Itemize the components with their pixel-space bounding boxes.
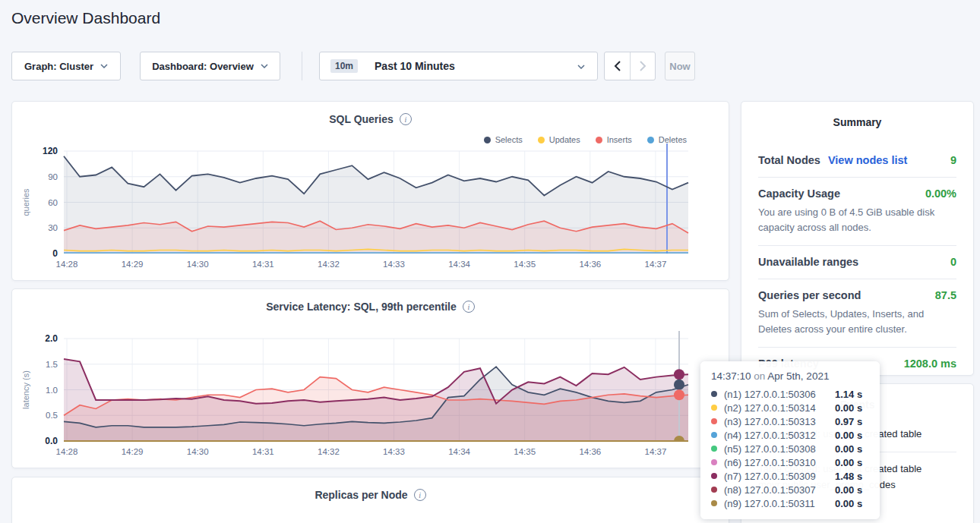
svg-text:14:29: 14:29 <box>122 447 144 456</box>
service-latency-chart[interactable]: 14:2814:2914:3014:3114:3214:3314:3414:35… <box>12 331 730 466</box>
chevron-left-icon <box>614 61 621 71</box>
tooltip-node-label: (n5) 127.0.0.1:50308 <box>724 443 835 455</box>
summary-item-label: Queries per second <box>758 289 861 301</box>
tooltip-node-label: (n3) 127.0.0.1:50313 <box>724 416 835 427</box>
svg-text:14:33: 14:33 <box>383 260 405 269</box>
tooltip-row: (n5) 127.0.0.1:503080.00 s <box>711 442 869 455</box>
legend-dot-icon <box>484 137 491 143</box>
summary-item-value: 9 <box>950 154 956 166</box>
tooltip-node-value: 0.00 s <box>835 457 862 468</box>
svg-text:14:32: 14:32 <box>318 260 340 269</box>
summary-panel: Summary Total NodesView nodes list9Capac… <box>741 101 974 376</box>
tooltip-node-value: 0.00 s <box>835 484 862 496</box>
svg-text:14:31: 14:31 <box>252 447 274 456</box>
next-time-button[interactable] <box>630 52 655 80</box>
chevron-down-icon <box>100 64 108 68</box>
tooltip-row: (n9) 127.0.0.1:503110.00 s <box>711 496 869 510</box>
svg-text:1.5: 1.5 <box>46 360 58 369</box>
now-button[interactable]: Now <box>665 52 695 80</box>
node-color-dot-icon <box>711 487 717 493</box>
svg-text:14:33: 14:33 <box>383 447 405 456</box>
tooltip-node-label: (n9) 127.0.0.1:50311 <box>724 498 835 509</box>
time-range-badge: 10m <box>330 59 358 73</box>
node-color-dot-icon <box>711 391 717 397</box>
svg-text:14:36: 14:36 <box>579 260 601 269</box>
summary-item-row: Queries per second87.5 <box>758 289 956 301</box>
svg-text:14:28: 14:28 <box>56 447 78 456</box>
dashboard-dropdown-label: Dashboard: Overview <box>152 61 254 72</box>
svg-text:14:37: 14:37 <box>645 260 667 269</box>
node-color-dot-icon <box>711 418 717 424</box>
time-range-dropdown[interactable]: 10m Past 10 Minutes <box>319 52 598 80</box>
sql-queries-chart[interactable]: 14:2814:2914:3014:3114:3214:3314:3414:35… <box>12 143 730 279</box>
tooltip-row: (n4) 127.0.0.1:503120.00 s <box>711 428 869 442</box>
tooltip-node-label: (n1) 127.0.0.1:50306 <box>724 389 835 400</box>
summary-list: Total NodesView nodes list9Capacity Usag… <box>758 144 956 380</box>
tooltip-node-value: 1.48 s <box>835 471 862 482</box>
summary-link[interactable]: View nodes list <box>828 154 908 166</box>
dashboard-dropdown[interactable]: Dashboard: Overview <box>140 52 280 80</box>
summary-item-label: Capacity Usage <box>758 187 840 200</box>
tooltip-row: (n2) 127.0.0.1:503140.00 s <box>711 401 869 414</box>
svg-text:90: 90 <box>48 172 58 181</box>
tooltip-row: (n6) 127.0.0.1:503100.00 s <box>711 455 869 469</box>
svg-text:60: 60 <box>48 198 58 207</box>
tooltip-node-value: 0.00 s <box>835 402 862 414</box>
tooltip-node-label: (n4) 127.0.0.1:50312 <box>724 430 835 441</box>
tooltip-row: (n7) 127.0.0.1:503091.48 s <box>711 469 869 483</box>
node-color-dot-icon <box>711 446 717 452</box>
summary-item-value: 0.00% <box>925 187 956 200</box>
node-color-dot-icon <box>711 473 717 479</box>
sql-queries-title: SQL Queries <box>329 113 394 125</box>
svg-text:14:36: 14:36 <box>579 447 601 456</box>
chevron-down-icon <box>261 64 268 68</box>
svg-text:14:28: 14:28 <box>56 260 78 269</box>
sql-queries-card: SQL Queries i SelectsUpdatesInsertsDelet… <box>11 101 729 281</box>
tooltip-timestamp: 14:37:10 on Apr 5th, 2021 <box>711 370 869 382</box>
svg-text:14:34: 14:34 <box>448 260 470 269</box>
svg-text:14:30: 14:30 <box>187 447 209 456</box>
summary-item: Capacity Usage0.00%You are using 0 B of … <box>758 178 956 246</box>
svg-text:1.0: 1.0 <box>46 386 58 395</box>
svg-text:120: 120 <box>43 146 58 156</box>
summary-item: Queries per second87.5Sum of Selects, Up… <box>758 279 956 348</box>
page-title: Overview Dashboard <box>11 9 160 27</box>
svg-text:0: 0 <box>52 248 58 259</box>
tooltip-node-value: 0.00 s <box>835 498 862 509</box>
tooltip-node-label: (n2) 127.0.0.1:50314 <box>724 402 835 414</box>
tooltip-node-label: (n7) 127.0.0.1:50309 <box>724 471 835 482</box>
tooltip-rows: (n1) 127.0.0.1:503061.14 s(n2) 127.0.0.1… <box>711 387 869 510</box>
time-step-buttons <box>604 52 656 80</box>
svg-text:0.5: 0.5 <box>46 411 58 420</box>
tooltip-node-value: 0.97 s <box>835 416 862 427</box>
summary-item-row: Unavailable ranges0 <box>758 256 956 268</box>
info-icon[interactable]: i <box>414 489 426 501</box>
replicas-per-node-card: Replicas per Node i <box>11 477 729 523</box>
tooltip-row: (n3) 127.0.0.1:503130.97 s <box>711 414 869 428</box>
controls-bar: Graph: Cluster Dashboard: Overview 10m P… <box>11 52 695 80</box>
node-color-dot-icon <box>711 459 717 465</box>
svg-text:queries: queries <box>21 188 30 216</box>
svg-text:latency (s): latency (s) <box>21 370 30 409</box>
summary-item: Unavailable ranges0 <box>758 246 956 279</box>
previous-time-button[interactable] <box>605 52 630 80</box>
summary-item-label: Total Nodes <box>758 154 820 166</box>
svg-text:30: 30 <box>48 223 58 232</box>
info-icon[interactable]: i <box>463 301 475 313</box>
legend-dot-icon <box>647 137 654 143</box>
chevron-down-icon <box>577 65 585 69</box>
svg-text:14:34: 14:34 <box>448 447 470 456</box>
controls-divider <box>302 52 302 80</box>
node-color-dot-icon <box>711 405 717 411</box>
tooltip-node-value: 0.00 s <box>835 430 862 441</box>
svg-text:14:37: 14:37 <box>645 447 667 456</box>
svg-text:14:32: 14:32 <box>318 447 340 456</box>
tooltip-node-label: (n6) 127.0.0.1:50310 <box>724 457 835 468</box>
tooltip-node-value: 0.00 s <box>835 443 862 455</box>
legend-dot-icon <box>538 137 545 143</box>
summary-item-description: You are using 0 B of 4.5 GiB usable disk… <box>758 205 956 235</box>
graph-dropdown[interactable]: Graph: Cluster <box>11 52 121 80</box>
info-icon[interactable]: i <box>400 113 412 125</box>
summary-item-value: 87.5 <box>935 289 956 301</box>
summary-item-row: Total NodesView nodes list9 <box>758 154 956 166</box>
